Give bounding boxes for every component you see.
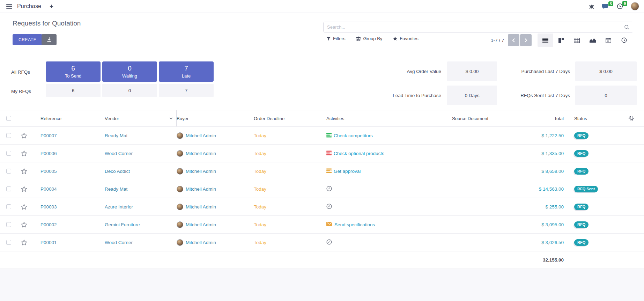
order-deadline: Today bbox=[254, 151, 266, 156]
filters-button[interactable]: Filters bbox=[326, 36, 345, 41]
row-checkbox[interactable] bbox=[6, 186, 11, 191]
buyer-avatar bbox=[177, 204, 183, 210]
app-title[interactable]: Purchase bbox=[17, 3, 41, 9]
optional-columns-button[interactable] bbox=[618, 116, 644, 121]
column-header-activities[interactable]: Activities bbox=[326, 116, 452, 121]
clock-icon[interactable] bbox=[326, 239, 332, 246]
my-waiting-value[interactable]: 0 bbox=[102, 84, 157, 97]
reference-link[interactable]: P00006 bbox=[40, 151, 57, 156]
vendor-link[interactable]: Wood Corner bbox=[105, 151, 133, 156]
vendor-link[interactable]: Gemini Furniture bbox=[105, 222, 140, 227]
total-amount: $ 1,335.00 bbox=[541, 151, 564, 156]
favorites-button[interactable]: Favorites bbox=[393, 36, 418, 41]
pager-next-button[interactable] bbox=[520, 34, 532, 46]
pager-previous-button[interactable] bbox=[508, 34, 519, 46]
reference-link[interactable]: P00005 bbox=[40, 169, 57, 174]
favorite-star-icon[interactable] bbox=[21, 204, 27, 210]
row-checkbox[interactable] bbox=[6, 151, 11, 156]
apps-menu-icon[interactable] bbox=[6, 4, 12, 9]
kpi-purchased-last-7-days-label: Purchased Last 7 Days bbox=[489, 61, 570, 81]
row-checkbox[interactable] bbox=[6, 204, 11, 209]
search-icon[interactable] bbox=[624, 24, 630, 31]
row-checkbox[interactable] bbox=[6, 222, 11, 227]
export-button[interactable] bbox=[42, 34, 57, 45]
activity-link[interactable]: Get approval bbox=[334, 169, 361, 174]
reference-link[interactable]: P00004 bbox=[40, 186, 57, 192]
new-tab-button[interactable]: + bbox=[50, 3, 53, 10]
row-checkbox[interactable] bbox=[6, 240, 11, 245]
pivot-view-button[interactable] bbox=[569, 34, 585, 47]
activity-link[interactable]: Send specifications bbox=[334, 222, 375, 227]
favorite-star-icon[interactable] bbox=[21, 240, 27, 245]
reference-link[interactable]: P00003 bbox=[40, 204, 57, 210]
buyer-avatar bbox=[177, 132, 183, 139]
graph-view-button[interactable] bbox=[585, 34, 600, 47]
buyer-link[interactable]: Mitchell Admin bbox=[186, 240, 216, 245]
kanban-icon bbox=[558, 38, 564, 43]
buyer-link[interactable]: Mitchell Admin bbox=[186, 133, 216, 138]
table-row[interactable]: P00005 Deco Addict Mitchell Admin Today … bbox=[0, 162, 644, 180]
favorite-star-icon[interactable] bbox=[21, 186, 27, 192]
reference-link[interactable]: P00002 bbox=[40, 222, 57, 227]
my-to-send-value[interactable]: 6 bbox=[46, 84, 101, 97]
buyer-link[interactable]: Mitchell Admin bbox=[186, 204, 216, 210]
tasks-icon[interactable] bbox=[326, 150, 332, 156]
tasks-icon[interactable] bbox=[326, 168, 332, 174]
messages-icon[interactable]: 5 bbox=[602, 3, 609, 9]
column-header-order-deadline[interactable]: Order Deadline bbox=[254, 116, 326, 121]
table-row[interactable]: P00004 Ready Mat Mitchell Admin Today $ … bbox=[0, 180, 644, 198]
column-header-reference[interactable]: Reference bbox=[40, 116, 105, 121]
activity-link[interactable]: Check competitors bbox=[334, 133, 373, 138]
content-background bbox=[0, 269, 644, 301]
buyer-link[interactable]: Mitchell Admin bbox=[186, 151, 216, 156]
list-view-button[interactable] bbox=[538, 34, 553, 47]
favorite-star-icon[interactable] bbox=[21, 222, 27, 228]
activity-clock-icon[interactable]: 9 bbox=[617, 3, 623, 9]
activity-view-button[interactable] bbox=[616, 34, 632, 47]
row-checkbox[interactable] bbox=[6, 169, 11, 174]
stat-waiting-button[interactable]: 0 Waiting bbox=[102, 61, 157, 82]
table-row[interactable]: P00001 Wood Corner Mitchell Admin Today … bbox=[0, 234, 644, 251]
vendor-link[interactable]: Ready Mat bbox=[105, 186, 127, 192]
row-checkbox[interactable] bbox=[6, 133, 11, 138]
reference-link[interactable]: P00001 bbox=[40, 240, 57, 245]
vendor-link[interactable]: Azure Interior bbox=[105, 204, 133, 210]
favorite-star-icon[interactable] bbox=[21, 133, 27, 139]
buyer-link[interactable]: Mitchell Admin bbox=[186, 169, 216, 174]
favorite-star-icon[interactable] bbox=[21, 150, 27, 156]
favorite-star-icon[interactable] bbox=[21, 168, 27, 174]
table-row[interactable]: P00003 Azure Interior Mitchell Admin Tod… bbox=[0, 198, 644, 216]
group-by-button[interactable]: Group By bbox=[356, 36, 382, 41]
column-header-source-document[interactable]: Source Document bbox=[452, 116, 513, 121]
column-header-status[interactable]: Status bbox=[567, 116, 618, 121]
tasks-icon[interactable] bbox=[326, 133, 332, 139]
create-button[interactable]: CREATE bbox=[13, 34, 42, 45]
total-amount: $ 255.00 bbox=[545, 204, 564, 210]
reference-link[interactable]: P00007 bbox=[40, 133, 57, 138]
stat-to-send-button[interactable]: 6 To Send bbox=[46, 61, 101, 82]
stat-late-button[interactable]: 7 Late bbox=[159, 61, 214, 82]
my-late-value[interactable]: 7 bbox=[159, 84, 214, 97]
activity-link[interactable]: Check optional products bbox=[334, 151, 384, 156]
column-header-vendor[interactable]: Vendor bbox=[105, 110, 177, 126]
table-row[interactable]: P00007 Ready Mat Mitchell Admin Today Ch… bbox=[0, 127, 644, 145]
clock-icon[interactable] bbox=[326, 204, 332, 210]
vendor-link[interactable]: Deco Addict bbox=[105, 169, 130, 174]
kanban-view-button[interactable] bbox=[553, 34, 569, 47]
buyer-link[interactable]: Mitchell Admin bbox=[186, 186, 216, 192]
buyer-link[interactable]: Mitchell Admin bbox=[186, 222, 216, 227]
select-all-checkbox[interactable] bbox=[6, 116, 11, 121]
optional-columns-icon bbox=[628, 116, 634, 121]
user-avatar[interactable] bbox=[631, 2, 639, 10]
envelope-icon[interactable] bbox=[326, 222, 332, 227]
clock-icon[interactable] bbox=[326, 186, 332, 192]
bug-icon[interactable] bbox=[589, 3, 594, 9]
column-header-buyer[interactable]: Buyer bbox=[177, 116, 254, 121]
table-row[interactable]: P00002 Gemini Furniture Mitchell Admin T… bbox=[0, 216, 644, 234]
column-header-total[interactable]: Total bbox=[513, 116, 567, 121]
calendar-view-button[interactable] bbox=[600, 34, 616, 47]
search-input[interactable] bbox=[324, 22, 633, 32]
table-row[interactable]: P00006 Wood Corner Mitchell Admin Today … bbox=[0, 145, 644, 162]
vendor-link[interactable]: Ready Mat bbox=[105, 133, 127, 138]
vendor-link[interactable]: Wood Corner bbox=[105, 240, 133, 245]
